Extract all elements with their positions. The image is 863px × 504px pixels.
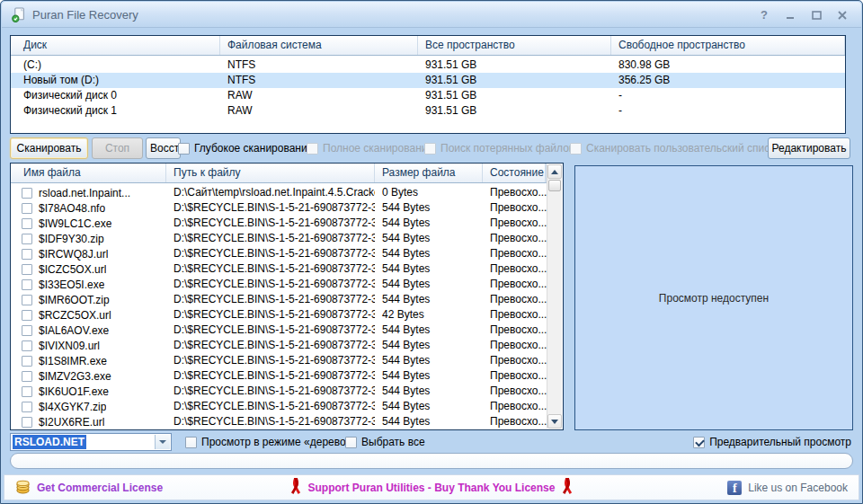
- file-row-checkbox[interactable]: [22, 325, 32, 336]
- facebook-link[interactable]: Like us on Facebook: [748, 482, 848, 494]
- close-icon[interactable]: [832, 6, 852, 23]
- file-size: 544 Bytes: [375, 353, 483, 368]
- file-row[interactable]: rsload.net.Inpaint... D:\Сайт\temp\rsloa…: [11, 185, 547, 200]
- file-row[interactable]: $IMR6OOT.zip D:\$RECYCLE.BIN\S-1-5-21-69…: [11, 292, 547, 307]
- file-col-name[interactable]: Имя файла: [11, 164, 166, 182]
- file-table: Имя файла Путь к файлу Размер файла Сост…: [10, 163, 564, 430]
- file-row[interactable]: $I33EO5I.exe D:\$RECYCLE.BIN\S-1-5-21-69…: [11, 277, 547, 292]
- file-row[interactable]: $I1S8IMR.exe D:\$RECYCLE.BIN\S-1-5-21-69…: [11, 353, 547, 368]
- maximize-icon[interactable]: [806, 6, 826, 23]
- file-row-checkbox[interactable]: [22, 356, 32, 367]
- file-path: D:\$RECYCLE.BIN\S-1-5-21-690873772-34690…: [166, 323, 375, 338]
- scroll-down-icon[interactable]: [547, 414, 562, 429]
- file-row[interactable]: $IK6UO1F.exe D:\$RECYCLE.BIN\S-1-5-21-69…: [11, 384, 547, 399]
- file-row-checkbox[interactable]: [22, 295, 32, 305]
- file-name: $IRCWQ8J.url: [39, 247, 108, 261]
- disk-col-filesystem[interactable]: Файловая система: [220, 36, 418, 55]
- app-window: Puran File Recovery ? Диск Файловая сист…: [0, 0, 863, 504]
- file-size: 544 Bytes: [375, 292, 483, 307]
- combobox-dropdown-button[interactable]: [155, 435, 170, 449]
- file-row-checkbox[interactable]: [22, 417, 32, 428]
- file-row-checkbox[interactable]: [22, 340, 32, 351]
- help-icon[interactable]: ?: [754, 6, 774, 23]
- file-row[interactable]: $ICZC5OX.url D:\$RECYCLE.BIN\S-1-5-21-69…: [11, 261, 547, 277]
- file-state: Превосхо...: [483, 414, 547, 429]
- file-size: 544 Bytes: [375, 338, 483, 353]
- file-name: $IMR6OOT.zip: [39, 293, 110, 307]
- file-name: rsload.net.Inpaint...: [39, 186, 130, 200]
- file-row-checkbox[interactable]: [22, 264, 32, 275]
- chevron-down-icon: [159, 440, 166, 444]
- scrollbar-thumb[interactable]: [548, 180, 561, 191]
- file-name: $I4XGYK7.zip: [39, 400, 106, 414]
- disk-row[interactable]: (C:) NTFS 931.51 GB 830.98 GB: [11, 57, 845, 73]
- file-size: 544 Bytes: [375, 200, 483, 216]
- file-row[interactable]: $IMZV2G3.exe D:\$RECYCLE.BIN\S-1-5-21-69…: [11, 368, 547, 384]
- scan-button[interactable]: Сканировать: [10, 137, 88, 159]
- stop-button[interactable]: Стоп: [92, 137, 143, 159]
- coins-icon: [15, 479, 31, 497]
- file-row-checkbox[interactable]: [22, 188, 32, 199]
- filter-combobox[interactable]: RSLOAD.NET: [10, 433, 172, 451]
- minimize-icon[interactable]: [780, 6, 800, 23]
- file-state: Превосхо...: [483, 323, 547, 338]
- file-row-checkbox[interactable]: [22, 310, 32, 321]
- file-row[interactable]: $IW9LC1C.exe D:\$RECYCLE.BIN\S-1-5-21-69…: [11, 216, 547, 231]
- file-row[interactable]: $IRCWQ8J.url D:\$RECYCLE.BIN\S-1-5-21-69…: [11, 246, 547, 261]
- file-row-checkbox[interactable]: [22, 402, 32, 412]
- file-list-scrollbar[interactable]: [547, 164, 562, 429]
- file-state: Превосхо...: [483, 399, 547, 414]
- file-name: $I2UX6RE.url: [39, 415, 104, 429]
- file-row-checkbox[interactable]: [22, 203, 32, 214]
- file-row[interactable]: $I2UX6RE.url D:\$RECYCLE.BIN\S-1-5-21-69…: [11, 414, 547, 429]
- file-col-size[interactable]: Размер файла: [375, 164, 483, 182]
- file-row-checkbox[interactable]: [22, 386, 32, 397]
- disk-col-free-space[interactable]: Свободное пространство: [611, 36, 845, 55]
- file-row-checkbox[interactable]: [22, 234, 32, 244]
- file-row[interactable]: $IDF9Y30.zip D:\$RECYCLE.BIN\S-1-5-21-69…: [11, 231, 547, 246]
- file-row[interactable]: $I4XGYK7.zip D:\$RECYCLE.BIN\S-1-5-21-69…: [11, 399, 547, 414]
- file-row[interactable]: $I78AO48.nfo D:\$RECYCLE.BIN\S-1-5-21-69…: [11, 200, 547, 216]
- file-row[interactable]: $IVIXN09.url D:\$RECYCLE.BIN\S-1-5-21-69…: [11, 338, 547, 353]
- commercial-license-link[interactable]: Get Commercial License: [37, 482, 163, 494]
- file-size: 544 Bytes: [375, 368, 483, 384]
- window-title: Puran File Recovery: [32, 8, 138, 22]
- disk-row[interactable]: Физический диск 1 RAW 931.51 GB -: [11, 103, 845, 119]
- file-size: 0 Bytes: [375, 185, 483, 200]
- scroll-up-icon[interactable]: [547, 164, 562, 179]
- file-name: $IK6UO1F.exe: [39, 385, 109, 399]
- disk-col-total-space[interactable]: Все пространство: [418, 36, 611, 55]
- tree-view-checkbox[interactable]: Просмотр в режиме «дерево»: [185, 431, 351, 453]
- full-scan-checkbox[interactable]: Полное сканирование: [307, 137, 433, 159]
- deep-scan-checkbox[interactable]: Глубокое сканирование: [178, 137, 313, 159]
- preview-message: Просмотр недоступен: [659, 292, 769, 305]
- preview-toggle-checkbox[interactable]: Предварительный просмотр: [693, 431, 851, 453]
- file-name: $I1S8IMR.exe: [39, 354, 107, 368]
- file-row-checkbox[interactable]: [22, 371, 32, 382]
- file-col-state[interactable]: Состояние: [483, 164, 546, 182]
- file-size: 544 Bytes: [375, 246, 483, 261]
- select-all-checkbox[interactable]: Выбрать все: [345, 431, 425, 453]
- file-col-path[interactable]: Путь к файлу: [166, 164, 375, 182]
- file-row-checkbox[interactable]: [22, 279, 32, 290]
- lost-files-checkbox[interactable]: Поиск потерянных файлов: [424, 137, 574, 159]
- facebook-icon[interactable]: f: [727, 481, 742, 495]
- file-state: Превосхо...: [483, 246, 547, 261]
- file-path: D:\$RECYCLE.BIN\S-1-5-21-690873772-34690…: [166, 307, 375, 323]
- disk-col-drive[interactable]: Диск: [11, 36, 220, 55]
- disk-row[interactable]: Новый том (D:) NTFS 931.51 GB 356.25 GB: [11, 73, 845, 88]
- edit-button[interactable]: Редактировать: [768, 137, 850, 159]
- file-row-checkbox[interactable]: [22, 218, 32, 229]
- progress-bar: [10, 453, 853, 469]
- recover-button[interactable]: Восст: [146, 137, 181, 159]
- file-row[interactable]: $IAL6AOV.exe D:\$RECYCLE.BIN\S-1-5-21-69…: [11, 323, 547, 338]
- file-size: 544 Bytes: [375, 384, 483, 399]
- file-state: Превосхо...: [483, 292, 547, 307]
- support-license-link[interactable]: Support Puran Utilities - Buy Thank You …: [308, 482, 556, 494]
- custom-list-checkbox[interactable]: Сканировать пользовательский список: [570, 137, 780, 159]
- preview-toggle-checkbox-box: [693, 437, 705, 448]
- file-row-checkbox[interactable]: [22, 249, 32, 260]
- disk-row[interactable]: Физический диск 0 RAW 931.51 GB -: [11, 88, 845, 103]
- file-row[interactable]: $RCZC5OX.url D:\$RECYCLE.BIN\S-1-5-21-69…: [11, 307, 547, 323]
- file-state: Превосхо...: [483, 307, 547, 323]
